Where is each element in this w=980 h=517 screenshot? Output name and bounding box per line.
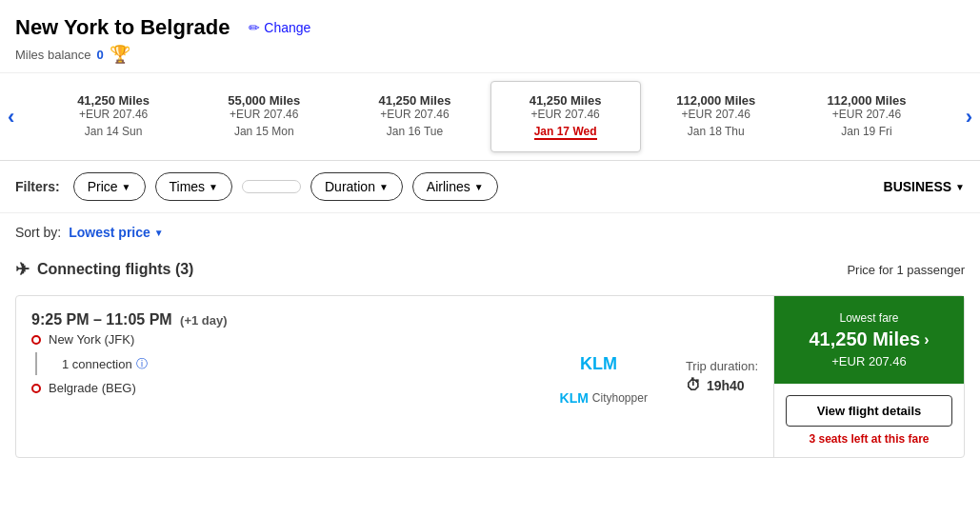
date-price: +EUR 207.46 [47, 108, 180, 121]
sort-bar: Sort by: Lowest price ▼ [0, 213, 980, 251]
connection-info-icon[interactable]: ⓘ [136, 356, 148, 372]
date-label: Jan 14 Sun [47, 125, 180, 138]
route-line: New York (JFK) 1 connection ⓘ Belgrade (… [31, 332, 522, 395]
date-nav-left[interactable]: ‹ [8, 105, 14, 129]
destination-dot: Belgrade (BEG) [31, 381, 522, 395]
fare-box[interactable]: Lowest fare 41,250 Miles › +EUR 207.46 [774, 296, 964, 384]
date-selector: ‹ 41,250 Miles +EUR 207.46 Jan 14 Sun 55… [0, 73, 980, 161]
date-card-2[interactable]: 41,250 Miles +EUR 207.46 Jan 16 Tue [339, 81, 490, 152]
date-miles: 55,000 Miles [197, 93, 330, 108]
miles-balance: Miles balance 0 🏆 [15, 44, 965, 65]
view-details-button[interactable]: View flight details [786, 395, 952, 427]
duration-value: ⏱ 19h40 [686, 377, 758, 394]
route-connector [35, 352, 37, 375]
origin-dot: New York (JFK) [31, 332, 522, 347]
filter-airlines[interactable]: Airlines ▼ [412, 172, 498, 201]
flight-main: 9:25 PM – 11:05 PM (+1 day) New York (JF… [16, 296, 537, 457]
date-miles: 112,000 Miles [800, 93, 933, 108]
date-card-1[interactable]: 55,000 Miles +EUR 207.46 Jan 15 Mon [189, 81, 339, 152]
page-title: New York to Belgrade [15, 15, 230, 40]
date-card-3[interactable]: 41,250 Miles +EUR 207.46 Jan 17 Wed [490, 81, 641, 152]
filter-empty[interactable] [242, 180, 301, 193]
date-price: +EUR 207.46 [650, 108, 783, 121]
change-link[interactable]: Change [249, 20, 310, 35]
date-label: Jan 19 Fri [800, 125, 933, 138]
header: New York to Belgrade Change Miles balanc… [0, 0, 980, 73]
date-price: +EUR 207.46 [800, 108, 933, 121]
seats-left: 3 seats left at this fare [809, 432, 929, 446]
date-card-0[interactable]: 41,250 Miles +EUR 207.46 Jan 14 Sun [38, 81, 189, 152]
filters-bar: Filters: Price ▼ Times ▼ Duration ▼ Airl… [0, 161, 980, 213]
date-miles: 41,250 Miles [499, 93, 632, 108]
filter-price[interactable]: Price ▼ [73, 172, 146, 201]
svg-text:KLM: KLM [580, 354, 617, 373]
date-label: Jan 15 Mon [197, 125, 330, 138]
date-label: Jan 18 Thu [650, 125, 783, 138]
klm-cityhopper: KLM Cityhopper [560, 390, 648, 406]
date-card-5[interactable]: 112,000 Miles +EUR 207.46 Jan 19 Fri [791, 81, 942, 152]
view-details-box: View flight details 3 seats left at this… [774, 384, 964, 457]
flight-plus-day: (+1 day) [180, 313, 228, 328]
date-nav-right[interactable]: › [966, 105, 972, 129]
fare-price: +EUR 207.46 [831, 354, 906, 368]
date-price: +EUR 207.46 [499, 108, 632, 121]
klm-logo: KLM [580, 348, 628, 383]
fare-miles: 41,250 Miles › [809, 328, 929, 350]
date-price: +EUR 207.46 [197, 108, 330, 121]
filter-business[interactable]: BUSINESS ▼ [884, 179, 965, 194]
fare-arrow-icon: › [924, 331, 929, 348]
destination-dot-circle [31, 384, 41, 393]
section-header: ✈ Connecting flights (3) Price for 1 pas… [0, 251, 980, 288]
flight-times: 9:25 PM – 11:05 PM (+1 day) [31, 311, 522, 328]
origin-dot-circle [31, 335, 41, 345]
airline-logos: KLM KLM Cityhopper [537, 296, 670, 457]
miles-icon: 🏆 [110, 44, 130, 65]
date-price: +EUR 207.46 [348, 108, 481, 121]
clock-icon: ⏱ [686, 377, 701, 394]
sort-label: Sort by: [15, 225, 61, 240]
date-miles: 41,250 Miles [47, 93, 180, 108]
plane-icon: ✈ [15, 259, 30, 280]
date-miles: 41,250 Miles [348, 93, 481, 108]
flight-card: 9:25 PM – 11:05 PM (+1 day) New York (JF… [15, 295, 965, 458]
filters-label: Filters: [15, 179, 60, 194]
flight-actions: Lowest fare 41,250 Miles › +EUR 207.46 V… [773, 296, 964, 457]
trip-duration: Trip duration: ⏱ 19h40 [670, 296, 773, 457]
section-title: ✈ Connecting flights (3) [15, 259, 193, 280]
date-label: Jan 16 Tue [348, 125, 481, 138]
date-miles: 112,000 Miles [650, 93, 783, 108]
price-info: Price for 1 passenger [847, 263, 965, 277]
fare-label: Lowest fare [839, 311, 898, 325]
date-cards: 41,250 Miles +EUR 207.46 Jan 14 Sun 55,0… [38, 81, 942, 152]
date-label: Jan 17 Wed [534, 125, 597, 140]
filter-duration[interactable]: Duration ▼ [310, 172, 403, 201]
filter-times[interactable]: Times ▼ [155, 172, 233, 201]
sort-value[interactable]: Lowest price ▼ [69, 225, 164, 240]
connection-info: 1 connection ⓘ [62, 356, 148, 372]
date-card-4[interactable]: 112,000 Miles +EUR 207.46 Jan 18 Thu [641, 81, 791, 152]
